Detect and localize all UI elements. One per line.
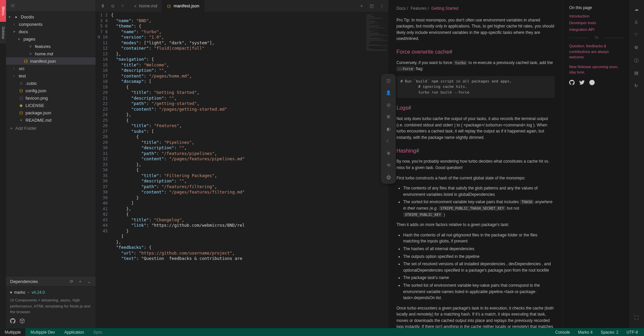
dep-description: UI Components + streaming, async, high p… <box>10 297 92 315</box>
heading-hashing: Hashing# <box>396 147 555 155</box>
new-tab-icon[interactable]: + <box>359 3 364 9</box>
tree-favicon[interactable]: favicon.png <box>6 94 96 102</box>
reddit-icon[interactable] <box>589 80 595 86</box>
pause-icon[interactable]: ⏸ <box>100 3 105 9</box>
svg-point-1 <box>589 80 595 85</box>
bell-icon[interactable]: ♡ <box>634 32 640 38</box>
code-sample: # Run `build` npm script in all packages… <box>396 76 555 98</box>
toc-intro[interactable]: Introduction <box>569 14 624 18</box>
add-folder-button[interactable]: +Add Folder <box>6 124 96 134</box>
tree-license[interactable]: LICENSE <box>6 102 96 109</box>
table-of-contents: On this page Introduction Developer tool… <box>563 0 630 328</box>
tree-package[interactable]: package.json <box>6 109 96 116</box>
sb-multipple[interactable]: Multipple <box>0 328 26 336</box>
power-icon[interactable]: ⏻ <box>385 174 392 180</box>
line-gutter: 1 2 3 4 5 6 7 8 9 10 11 12 13 14 15 16 1… <box>96 12 111 328</box>
tree-src[interactable]: ›src <box>6 65 96 72</box>
file-explorer: ▾▸Docdis ›components ▾docs ▾pages featur… <box>6 0 96 328</box>
breadcrumb: Docs/ Features/ Getting Started <box>396 5 555 12</box>
sb-utf[interactable]: UTF-8 <box>627 330 638 335</box>
globe-icon[interactable]: ⊕ <box>385 150 392 156</box>
right-rail: ☁ ♙ ♡ ⚙ ⓘ ▤ ↻ ⛶ <box>630 0 644 328</box>
user-icon[interactable]: 👤 <box>385 89 392 96</box>
tab-home[interactable]: home.md <box>129 0 162 12</box>
target-icon[interactable]: ◎ <box>385 101 392 108</box>
tree-features[interactable]: features <box>6 43 96 50</box>
statusbar: Multipple Multipple Dev Application Sync… <box>0 328 644 336</box>
package-icon[interactable] <box>19 318 25 325</box>
tree-home-md[interactable]: home.md <box>6 50 96 57</box>
github-icon[interactable] <box>10 318 15 325</box>
twitter-icon[interactable] <box>579 80 585 86</box>
toc-devtools[interactable]: Developer tools <box>569 21 624 25</box>
toc-intapi[interactable]: Integration API <box>569 27 624 32</box>
sync-icon[interactable]: ⟲ <box>385 162 392 168</box>
profile-icon[interactable]: ♙ <box>634 19 640 25</box>
cloud-icon[interactable]: ☁ <box>634 7 640 13</box>
svg-point-0 <box>12 5 13 6</box>
dependency-item[interactable]: ▾ marko ~ v4.24.0 <box>10 290 92 295</box>
refresh-icon[interactable]: ⟳ <box>69 279 74 284</box>
floating-toolbar: ◫ 👤 ◎ ⛨ ◐ ☾ ⊕ ⟲ ⏻ <box>381 74 396 184</box>
sb-dev[interactable]: Multipple Dev <box>26 328 60 336</box>
tree-pages[interactable]: ▾pages <box>6 35 96 43</box>
tree-config[interactable]: config.json <box>6 87 96 94</box>
tree-manifest[interactable]: manifest.json <box>6 57 96 65</box>
heading-force: Force overwrite cache# <box>396 48 555 56</box>
history-icon[interactable]: ↻ <box>634 83 640 89</box>
chevron-down-icon[interactable]: ⌄ <box>86 279 92 284</box>
heading-logs: Logs# <box>396 104 555 112</box>
panel-icon[interactable]: ◫ <box>385 77 392 84</box>
preview-pane: Docs/ Features/ Getting Started Pro Tip:… <box>388 0 563 328</box>
branch-icon[interactable]: ⑂ <box>120 3 125 9</box>
tree-cubic[interactable]: .cubic <box>6 79 96 87</box>
clipboard-icon[interactable]: ▤ <box>634 70 640 76</box>
tree-components[interactable]: ›components <box>6 20 96 28</box>
tree-docs[interactable]: ▾docs <box>6 28 96 35</box>
moon-icon[interactable]: ☾ <box>385 137 392 144</box>
plus-icon[interactable]: + <box>77 279 83 284</box>
tree-readme[interactable]: README.md <box>6 116 96 124</box>
sb-sync[interactable]: Sync <box>89 328 107 336</box>
split-icon[interactable]: ◫ <box>369 3 374 9</box>
shield-icon[interactable]: ⛨ <box>385 113 392 120</box>
left-tab-menu[interactable]: Menu <box>0 0 6 22</box>
more-icon[interactable]: ⋮ <box>379 3 384 9</box>
info-icon[interactable]: ⓘ <box>634 58 640 64</box>
left-tab-sidebar[interactable]: Sidebar <box>0 22 6 44</box>
sb-spaces[interactable]: Spaces: 2 <box>601 330 619 335</box>
tree-test[interactable]: ›test <box>6 72 96 79</box>
protip-text: Pro Tip: In most monorepos, you don't of… <box>396 17 555 42</box>
sb-marko[interactable]: Marko 4 <box>578 330 592 335</box>
github-icon[interactable] <box>569 80 575 86</box>
tree-root[interactable]: ▾▸Docdis <box>6 13 96 20</box>
tab-manifest[interactable]: manifest.json <box>162 0 205 12</box>
code-editor[interactable]: { "name": "BND", "theme": { "name": "tur… <box>111 12 365 328</box>
expand-icon[interactable]: ⛶ <box>634 315 640 321</box>
deps-title: Dependencies <box>10 279 38 284</box>
settings-icon[interactable]: ⚙ <box>634 45 640 51</box>
sb-app[interactable]: Application <box>60 328 89 336</box>
sb-console[interactable]: Console <box>555 330 570 335</box>
palette-icon[interactable]: ◐ <box>385 125 392 132</box>
project-name: Docdis <box>21 14 34 19</box>
gear-icon[interactable] <box>10 3 15 8</box>
commit-icon[interactable]: ⊙ <box>110 3 115 9</box>
